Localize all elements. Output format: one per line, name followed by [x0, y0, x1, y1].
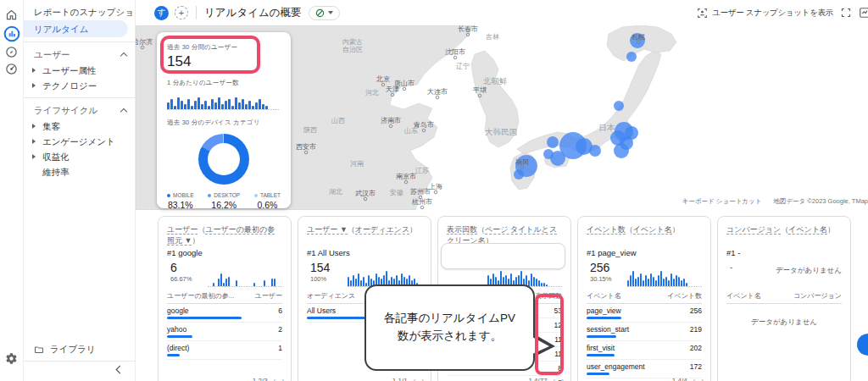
row-bar [587, 335, 616, 338]
card-title-segment: （ [348, 225, 355, 234]
map-label-country: 日本 [599, 123, 616, 132]
active-users-dot [547, 136, 559, 148]
legend-value: 83.1% [167, 200, 194, 210]
pagination-next-icon[interactable]: › [421, 377, 424, 381]
sidebar-item[interactable]: エンゲージメント [24, 134, 135, 149]
sidebar-item-label: ユーザー属性 [42, 65, 97, 75]
card-metric-percent: 100% [310, 275, 342, 283]
conversions-card: コンバージョン（イベント名）#1 --データがありませんイベント名コンバージョン… [717, 216, 851, 381]
users-30min-value: 154 [167, 53, 281, 70]
redaction-box [441, 243, 565, 269]
map-label-city: 西安市 [296, 143, 316, 151]
sidebar-item[interactable]: 維持率 [24, 164, 135, 179]
card-rank: #1 All Users [307, 248, 422, 261]
sidebar-item[interactable]: ユーザー属性 [24, 63, 135, 78]
map-landmass [517, 51, 661, 154]
legend-item-mobile: MOBILE83.1% [167, 192, 194, 210]
map-label-country: 大韩民国 [485, 127, 517, 136]
card-title-segment: （ [781, 225, 788, 234]
sidebar-item-label: 維持率 [42, 167, 70, 177]
map-label-city: 平壌 [473, 86, 487, 94]
expand-arrow-icon [32, 154, 36, 159]
reports-icon[interactable] [3, 25, 20, 42]
pagination-prev-icon[interactable]: ‹ [693, 377, 696, 381]
row-name: yahoo [167, 325, 186, 334]
callout-line2: 数が表示されます。 [398, 329, 502, 342]
map-label-country: 北朝鲜 [483, 76, 508, 86]
collapse-sidebar-icon[interactable] [116, 366, 125, 374]
card-metric-value: - [730, 261, 762, 274]
pagination-next-icon[interactable]: › [561, 377, 564, 381]
card-title-segment: （ [477, 225, 485, 234]
card-metric-row: -データがありません [726, 261, 842, 287]
column-header-right: 表示回数 [535, 291, 562, 301]
map-label-city: 武汉市 [355, 190, 376, 197]
legend-label: MOBILE [173, 192, 194, 198]
card-metric-left: 154100% [307, 261, 342, 287]
pagination-next-icon[interactable]: › [701, 377, 704, 381]
card-metric-percent: 66.67% [170, 275, 203, 283]
sidebar-item-library[interactable]: ライブラリ [24, 340, 135, 359]
add-comparison-button[interactable]: + [175, 6, 188, 19]
pagination-label: 1 2/3 [253, 377, 268, 381]
card-title[interactable]: ユーザー ▼（オーディエンス） [307, 224, 422, 247]
annotation-callout: 各記事のリアルタイムPV 数が表示されます。 [364, 284, 535, 371]
settings-gear-icon[interactable] [4, 351, 19, 366]
avatar[interactable]: す [154, 6, 169, 20]
pagination-prev-icon[interactable]: ‹ [274, 377, 276, 381]
map-label-city: 札幌 [632, 33, 645, 41]
advertising-icon[interactable] [4, 61, 19, 76]
table-row: first_visit202 [587, 341, 702, 360]
pagination-prev-icon[interactable]: ‹ [414, 377, 416, 381]
legend-item-desktop: DESKTOP16.2% [208, 192, 240, 210]
sidebar-item-snapshot[interactable]: レポートのスナップショット [24, 4, 135, 20]
column-header-left: オーディエンス [307, 291, 355, 301]
home-icon[interactable] [4, 7, 19, 22]
card-title[interactable]: コンバージョン（イベント名） [726, 224, 842, 247]
fullscreen-icon[interactable] [841, 8, 851, 18]
active-users-dot [626, 52, 637, 62]
sidebar: レポートのスナップショットリアルタイムユーザーユーザー属性テクノロジーライフサイ… [24, 0, 136, 381]
map-label-region: 内蒙古自治区 [342, 38, 363, 53]
card-sparkline [208, 267, 282, 287]
insights-icon[interactable] [859, 7, 868, 19]
card-title-segment: ユーザー ▼ [307, 225, 348, 235]
card-metric-row: 666.67% [167, 261, 282, 287]
user-snapshot-label: ユーザー スナップショットを表示 [712, 8, 833, 19]
pagination-next-icon[interactable]: › [281, 377, 284, 381]
sidebar-item[interactable]: 集客 [24, 119, 135, 134]
expand-arrow-icon [32, 124, 36, 129]
sidebar-section-header[interactable]: ライフサイクル [24, 102, 135, 119]
pagination-prev-icon[interactable]: ‹ [554, 377, 556, 381]
feedback-fab[interactable] [857, 334, 868, 356]
sidebar-section-label: ユーザー [34, 47, 70, 63]
map-label-city: 南京市 [396, 173, 416, 180]
explore-icon[interactable] [4, 44, 19, 59]
row-value: 202 [690, 344, 702, 352]
row-name: All Users [307, 306, 336, 315]
map-label-city: 杭州市 [411, 198, 432, 206]
sidebar-item-label: テクノロジー [42, 80, 97, 91]
city-marker [453, 56, 457, 59]
sidebar-section-header[interactable]: ユーザー [24, 47, 135, 63]
comparison-pill[interactable] [309, 6, 340, 20]
sidebar-item[interactable]: 収益化 [24, 149, 135, 164]
map-label-city: 济南市 [381, 117, 401, 124]
column-header-right: イベント数 [667, 291, 702, 301]
row-name: session_start [587, 325, 629, 334]
card-title[interactable]: イベント数（イベント名） [587, 224, 702, 247]
sidebar-item-label: 収益化 [42, 152, 70, 162]
keyboard-shortcuts-link[interactable]: キーボード ショートカット [682, 197, 762, 205]
users-per-minute-label: 1 分あたりのユーザー数 [167, 79, 281, 87]
map-label-city: 哈尔滨 [136, 38, 153, 46]
sidebar-item-realtime[interactable]: リアルタイム [24, 20, 128, 37]
sidebar-item-label: エンゲージメント [42, 136, 115, 146]
legend-label: TABLET [260, 192, 281, 198]
sidebar-item[interactable]: テクノロジー [24, 78, 135, 93]
user-snapshot-button[interactable]: ユーザー スナップショットを表示 [697, 8, 833, 19]
card-title[interactable]: ユーザー（ユーザーの最初の参照元 ▼） [167, 224, 282, 247]
column-header-left: イベント名 [587, 291, 621, 301]
users-by-source-card: ユーザー（ユーザーの最初の参照元 ▼）#1 google666.67%ユーザーの… [158, 216, 292, 381]
map-label-region: 湖北 [329, 188, 342, 196]
expand-arrow-icon [32, 139, 36, 144]
